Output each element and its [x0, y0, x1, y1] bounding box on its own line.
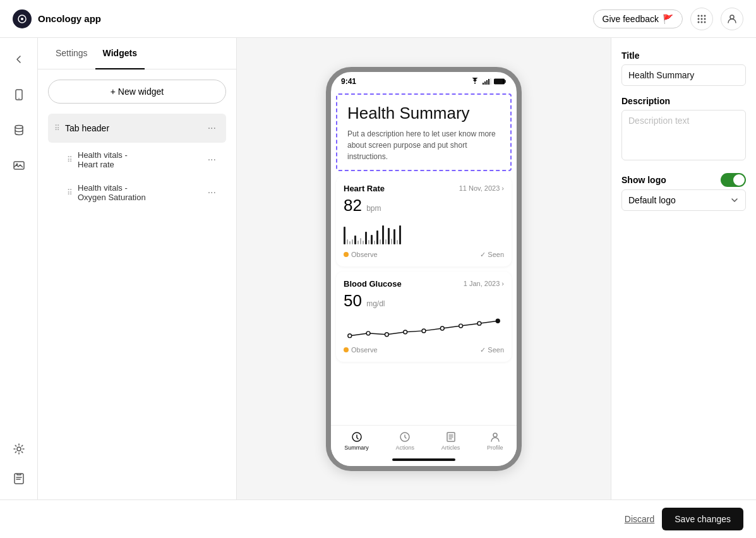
show-logo-label: Show logo: [621, 175, 666, 185]
wifi-icon: [470, 78, 480, 85]
svg-point-17: [17, 447, 21, 451]
blood-glucose-unit: mg/dl: [366, 299, 385, 308]
database-icon[interactable]: [8, 119, 30, 141]
discard-button[interactable]: Discard: [625, 514, 654, 524]
svg-point-8: [698, 21, 700, 23]
icon-sidebar-bottom: [8, 438, 30, 489]
svg-point-32: [459, 324, 463, 328]
grid-icon: [696, 13, 707, 25]
nav-left: Oncology app: [13, 9, 101, 28]
svg-point-36: [493, 433, 497, 437]
heart-rate-date: 11 Nov, 2023 ›: [459, 184, 504, 192]
svg-point-29: [404, 330, 407, 333]
heart-rate-value: 82 bpm: [344, 196, 504, 215]
title-value[interactable]: Health Summary: [621, 64, 746, 86]
widget-tab-header-name: Tab header: [65, 123, 199, 133]
blood-glucose-date: 1 Jan, 2023 ›: [464, 280, 504, 287]
blood-glucose-name: Blood Glucose: [344, 279, 402, 289]
svg-point-2: [698, 15, 700, 16]
widget-panel: Settings Widgets + New widget ⠿ Tab head…: [38, 38, 237, 499]
widget-item-oxygen-sat[interactable]: ⠿ Health vitals -Oxygen Saturation ···: [48, 177, 226, 208]
articles-tab-label: Articles: [441, 445, 460, 451]
bg-chart-svg: [344, 316, 504, 340]
icon-sidebar-top: [8, 48, 30, 425]
battery-icon: [494, 78, 507, 85]
svg-point-6: [701, 18, 703, 20]
top-nav: Oncology app Give feedback 🚩: [0, 0, 756, 38]
phone-tab-actions[interactable]: Actions: [396, 431, 415, 451]
phone-home-bar: [392, 458, 455, 461]
icon-sidebar: [0, 38, 38, 499]
phone-vitals: Heart Rate 11 Nov, 2023 › 82 bpm: [331, 176, 517, 425]
feedback-button[interactable]: Give feedback 🚩: [593, 9, 683, 28]
grid-icon-button[interactable]: [690, 8, 713, 30]
actions-icon: [399, 431, 411, 443]
new-widget-button[interactable]: + New widget: [48, 80, 226, 104]
chevron-down-icon: [730, 196, 739, 205]
widget-tab-header-menu[interactable]: ···: [204, 121, 220, 135]
phone-header-description: Put a description here to let user know …: [347, 128, 500, 162]
logo-select[interactable]: Default logo: [621, 189, 746, 211]
phone-content: Health Summary Put a description here to…: [331, 88, 517, 466]
heart-rate-chart: [344, 220, 504, 246]
description-section: Description Description text: [621, 96, 746, 160]
tab-widgets[interactable]: Widgets: [95, 38, 145, 69]
summary-tab-label: Summary: [344, 445, 369, 451]
app-icon: [13, 9, 32, 28]
logo-select-value: Default logo: [628, 195, 676, 205]
panel-tabs: Settings Widgets: [38, 38, 236, 69]
drag-handle-icon: ⠿: [67, 188, 73, 197]
settings-icon[interactable]: [8, 438, 30, 460]
phone-tab-profile[interactable]: Profile: [487, 431, 503, 451]
flag-icon: 🚩: [663, 14, 673, 24]
svg-point-5: [698, 18, 700, 20]
svg-point-3: [701, 15, 703, 16]
feedback-label: Give feedback: [603, 14, 659, 24]
hr-bars: [344, 220, 504, 244]
svg-rect-21: [486, 80, 488, 85]
image-icon[interactable]: [8, 154, 30, 177]
show-logo-section: Show logo Default logo: [621, 170, 746, 211]
clipboard-icon[interactable]: [8, 467, 30, 489]
back-button[interactable]: [8, 48, 30, 71]
phone-mockup: 9:41 Health Summary Put a description he…: [326, 67, 522, 471]
heart-rate-header: Heart Rate 11 Nov, 2023 ›: [344, 184, 504, 193]
phone-header-title: Health Summary: [347, 104, 500, 123]
svg-point-31: [440, 326, 444, 330]
mobile-icon[interactable]: [8, 83, 30, 106]
svg-point-30: [422, 328, 426, 332]
svg-rect-23: [490, 78, 491, 85]
blood-glucose-footer: Observe ✓ Seen: [344, 346, 504, 354]
bg-observe-label: Observe: [344, 346, 378, 354]
tab-settings[interactable]: Settings: [48, 38, 95, 69]
summary-icon: [351, 431, 363, 443]
widget-item-heart-rate[interactable]: ⠿ Health vitals -Heart rate ···: [48, 144, 226, 176]
drag-handle-icon: ⠿: [67, 155, 73, 164]
svg-rect-22: [488, 79, 489, 85]
save-button[interactable]: Save changes: [662, 508, 743, 530]
bg-seen-label: ✓ Seen: [480, 346, 504, 354]
svg-point-1: [21, 18, 23, 20]
heart-rate-footer: Observe ✓ Seen: [344, 251, 504, 259]
blood-glucose-chart: [344, 316, 504, 341]
user-icon: [726, 13, 738, 25]
description-input[interactable]: Description text: [621, 110, 746, 160]
widget-item-tab-header[interactable]: ⠿ Tab header ···: [48, 114, 226, 143]
phone-status-bar: 9:41: [331, 72, 517, 88]
observe-label: Observe: [344, 251, 378, 258]
svg-rect-20: [484, 81, 486, 85]
svg-point-26: [348, 333, 352, 337]
phone-tab-summary[interactable]: Summary: [344, 431, 369, 451]
blood-glucose-card: Blood Glucose 1 Jan, 2023 › 50 mg/dl: [336, 272, 512, 362]
phone-tab-articles[interactable]: Articles: [441, 431, 460, 451]
profile-tab-label: Profile: [487, 445, 503, 451]
drag-handle-icon: ⠿: [54, 124, 60, 133]
user-icon-button[interactable]: [721, 8, 743, 30]
show-logo-toggle[interactable]: [721, 173, 746, 187]
seen-label: ✓ Seen: [480, 251, 504, 259]
signal-icon: [483, 78, 491, 85]
widget-oxygen-sat-menu[interactable]: ···: [204, 186, 220, 200]
widget-heart-rate-menu[interactable]: ···: [204, 153, 220, 167]
phone-status-icons: [470, 78, 507, 85]
svg-point-33: [477, 321, 481, 325]
